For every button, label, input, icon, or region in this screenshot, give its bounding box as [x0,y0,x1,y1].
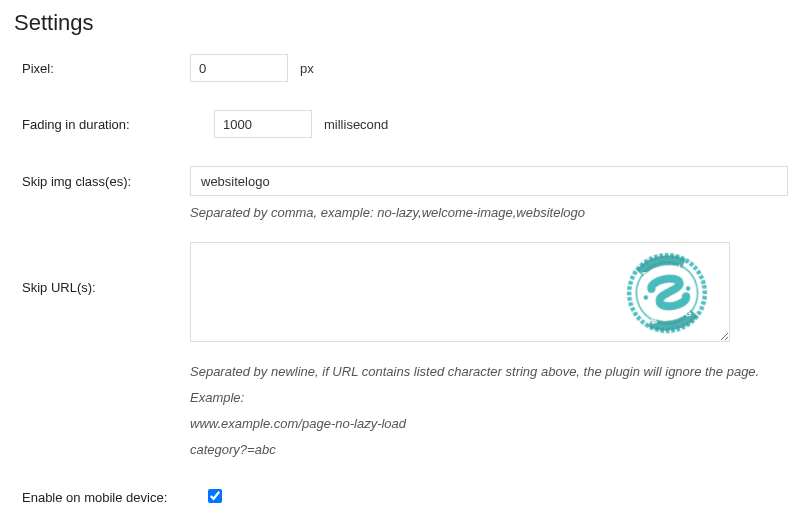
helper-skip-url-line3: category?=abc [190,437,802,463]
input-duration[interactable] [214,110,312,138]
helper-skip-url-line1: Separated by newline, if URL contains li… [190,359,802,411]
label-mobile: Enable on mobile device: [10,490,190,505]
field-row-skip-url: Skip URL(s): T·E·C·H B·L·O·G [10,242,802,463]
input-skip-img[interactable] [190,166,788,196]
field-row-duration: Fading in duration: millisecond [10,110,802,138]
page-title: Settings [14,10,802,36]
label-pixel: Pixel: [10,61,190,76]
helper-skip-url-line2: www.example.com/page-no-lazy-load [190,411,802,437]
helper-skip-url: Separated by newline, if URL contains li… [190,359,802,463]
label-skip-img: Skip img class(es): [10,166,190,189]
suffix-duration: millisecond [324,117,388,132]
checkbox-mobile[interactable] [208,489,222,503]
helper-skip-img: Separated by comma, example: no-lazy,wel… [190,204,802,222]
label-duration: Fading in duration: [10,117,190,132]
label-skip-url: Skip URL(s): [10,242,190,295]
textarea-skip-url[interactable] [190,242,730,342]
field-row-skip-img: Skip img class(es): Separated by comma, … [10,166,802,222]
field-row-mobile: Enable on mobile device: [10,489,802,506]
field-row-pixel: Pixel: px [10,54,802,82]
suffix-pixel: px [300,61,314,76]
input-pixel[interactable] [190,54,288,82]
